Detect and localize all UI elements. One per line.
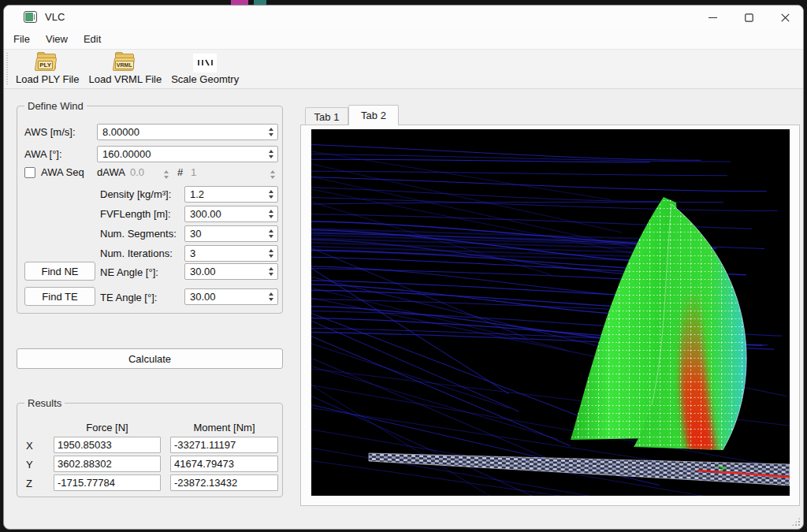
moment-z-field[interactable]: [170, 474, 278, 491]
calculate-button[interactable]: Calculate: [17, 348, 283, 369]
force-column-header: Force [N]: [54, 422, 161, 433]
count-label: #: [177, 166, 183, 178]
dawa-spin-buttons[interactable]: [161, 166, 172, 182]
force-z-input[interactable]: [54, 475, 160, 490]
view-tabwidget: Tab 1 Tab 2: [300, 104, 803, 511]
spin-buttons[interactable]: [265, 128, 277, 136]
spin-buttons[interactable]: [265, 150, 277, 158]
window-controls: [694, 6, 803, 29]
moment-y-input[interactable]: [171, 456, 277, 471]
menu-bar: File View Edit: [4, 29, 803, 50]
moment-y-field[interactable]: [170, 456, 278, 472]
te-angle-label: TE Angle [°]:: [100, 292, 157, 303]
awa-seq-label: AWA Seq: [41, 166, 84, 178]
toolbar-drag-handle[interactable]: [6, 53, 9, 86]
spin-buttons[interactable]: [265, 249, 277, 258]
awa-spinbox[interactable]: [97, 146, 278, 162]
ne-angle-spinbox[interactable]: [184, 263, 278, 280]
title-bar[interactable]: VLC: [4, 6, 803, 29]
app-icon: [24, 11, 37, 23]
menu-view[interactable]: View: [38, 31, 76, 47]
find-ne-button[interactable]: Find NE: [24, 262, 95, 281]
tab-pane: [300, 125, 800, 506]
spin-buttons[interactable]: [265, 267, 277, 276]
fvflength-spinbox[interactable]: [184, 206, 278, 222]
menu-file[interactable]: File: [6, 31, 38, 47]
axis-z-label: Z: [26, 478, 32, 489]
awa-seq-checkbox[interactable]: [24, 167, 35, 178]
fvflength-label: FVFLength [m]:: [100, 208, 171, 220]
axis-x-label: X: [26, 440, 33, 452]
segments-input[interactable]: [185, 228, 265, 240]
count-value: 1: [191, 166, 196, 178]
load-ply-button[interactable]: PLY Load PLY File: [11, 50, 84, 87]
iterations-spinbox[interactable]: [184, 245, 278, 262]
density-spinbox[interactable]: [184, 186, 278, 203]
scale-geometry-button[interactable]: Scale Geomtry: [166, 50, 244, 87]
folder-ply-icon: PLY: [35, 54, 59, 73]
awa-label: AWA [°]:: [24, 148, 62, 160]
menu-edit[interactable]: Edit: [76, 31, 109, 47]
force-y-field[interactable]: [54, 456, 161, 472]
iterations-input[interactable]: [185, 247, 265, 259]
close-button[interactable]: [767, 6, 803, 29]
te-angle-input[interactable]: [185, 291, 265, 303]
fvflength-input[interactable]: [185, 208, 265, 220]
moment-x-field[interactable]: [170, 437, 278, 453]
maximize-button[interactable]: [731, 6, 767, 29]
segments-spinbox[interactable]: [184, 225, 278, 242]
aws-label: AWS [m/s]:: [24, 126, 76, 138]
moment-column-header: Moment [Nm]: [170, 422, 278, 433]
define-wind-legend: Define Wind: [24, 100, 87, 112]
ne-angle-input[interactable]: [185, 266, 265, 277]
spin-buttons[interactable]: [265, 190, 277, 199]
load-vrml-button[interactable]: VRML Load VRML File: [84, 50, 166, 87]
count-spin-buttons[interactable]: [267, 166, 278, 182]
density-label: Density [kg/m³]:: [100, 188, 171, 200]
ne-angle-label: NE Angle [°]:: [100, 266, 158, 278]
find-te-button[interactable]: Find TE: [24, 287, 95, 306]
window-title: VLC: [45, 11, 65, 23]
aws-input[interactable]: [98, 126, 265, 138]
gl-3d-viewport[interactable]: [311, 129, 790, 496]
force-x-input[interactable]: [54, 437, 160, 452]
awa-input[interactable]: [98, 148, 265, 160]
te-angle-spinbox[interactable]: [184, 288, 278, 305]
spin-buttons[interactable]: [265, 292, 277, 301]
resize-grip[interactable]: [791, 517, 801, 526]
scale-ruler-icon: [193, 54, 217, 73]
force-x-field[interactable]: [54, 437, 161, 453]
dawa-label: dAWA: [97, 166, 125, 178]
app-window: VLC File View Edit: [3, 5, 804, 530]
tab-2[interactable]: Tab 2: [348, 105, 399, 125]
iterations-label: Num. Iterations:: [100, 247, 173, 259]
moment-z-input[interactable]: [171, 475, 277, 490]
density-input[interactable]: [185, 188, 265, 200]
segments-label: Num. Segments:: [100, 228, 177, 240]
desktop: VLC File View Edit: [0, 0, 807, 532]
force-z-field[interactable]: [54, 474, 161, 491]
spin-buttons[interactable]: [265, 210, 277, 218]
sail-flow-scene: [311, 129, 790, 496]
minimize-button[interactable]: [694, 6, 731, 29]
results-legend: Results: [24, 397, 65, 409]
dawa-value: 0.0: [130, 166, 144, 178]
axis-y-label: Y: [26, 459, 33, 471]
tab-1[interactable]: Tab 1: [305, 107, 348, 125]
force-y-input[interactable]: [54, 456, 160, 471]
folder-vrml-icon: VRML: [113, 54, 137, 73]
moment-x-input[interactable]: [171, 437, 277, 452]
aws-spinbox[interactable]: [97, 124, 278, 140]
spin-buttons[interactable]: [265, 229, 277, 238]
tool-bar: PLY Load PLY File VRML Load VRML File: [4, 50, 803, 89]
